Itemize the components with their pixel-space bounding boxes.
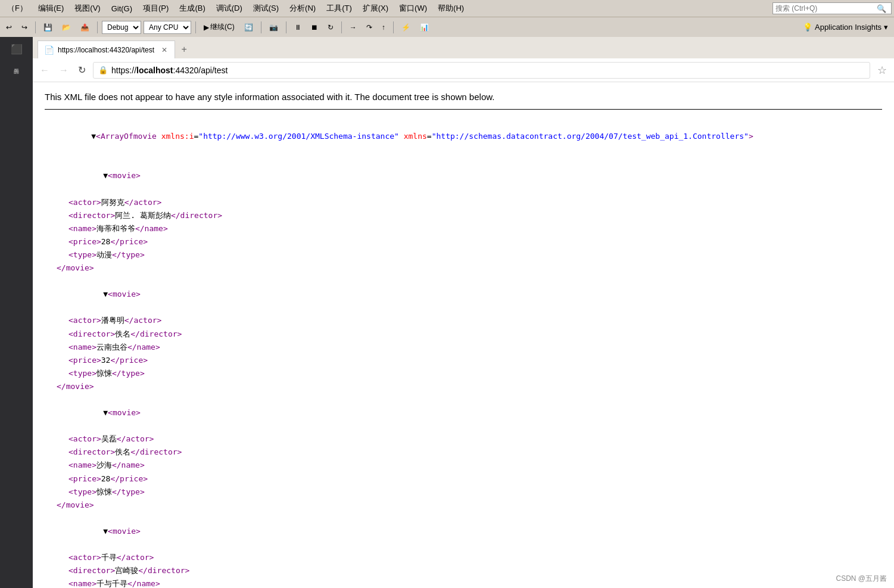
browser-tab[interactable]: 📄 https://localhost:44320/api/test ✕ <box>38 41 175 58</box>
refresh-debug-btn[interactable]: 🔄 <box>241 20 257 35</box>
publish-btn[interactable]: 📤 <box>77 20 93 35</box>
movie2-director: <director>佚名</director> <box>45 328 882 341</box>
menu-git[interactable]: Git(G) <box>107 3 137 14</box>
back-btn[interactable]: ← <box>38 63 52 78</box>
movie2-price: <price>32</price> <box>45 354 882 367</box>
separator-4 <box>261 21 261 33</box>
debug-config-select[interactable]: Debug <box>102 21 141 34</box>
application-insights-btn[interactable]: 💡 Application Insights ▾ <box>799 21 892 33</box>
menu-help[interactable]: 帮助(H) <box>433 2 469 15</box>
redo-btn[interactable]: ↪ <box>18 20 31 35</box>
forward-btn[interactable]: → <box>57 63 71 78</box>
movie3-price: <price>28</price> <box>45 472 882 486</box>
cpu-select[interactable]: Any CPU <box>144 21 191 34</box>
search-box[interactable]: 🔍 <box>772 2 892 14</box>
movie2-name: <name>云南虫谷</name> <box>45 341 882 354</box>
camera-btn[interactable]: 📷 <box>266 20 282 35</box>
menu-extensions[interactable]: 扩展(X) <box>358 2 393 15</box>
separator-1 <box>35 21 36 33</box>
movie1-price: <price>28</price> <box>45 235 882 248</box>
movie2-open: ▼<movie> <box>45 275 882 314</box>
movie1-open: ▼<movie> <box>45 156 882 195</box>
movie1-director: <director>阿兰. 葛斯彭纳</director> <box>45 209 882 222</box>
movie3-director: <director>佚名</director> <box>45 446 882 459</box>
menu-analyze[interactable]: 分析(N) <box>285 2 320 15</box>
movie3-open: ▼<movie> <box>45 393 882 433</box>
separator-7 <box>393 21 394 33</box>
tab-title: https://localhost:44320/api/test <box>58 46 154 54</box>
xml-tree: ▼<ArrayOfmovie xmlns:i="http://www.w3.or… <box>45 117 882 588</box>
search-input[interactable] <box>775 4 877 13</box>
sidebar-icon-1[interactable]: ⬛ <box>4 39 29 58</box>
refresh-btn[interactable]: ↻ <box>76 62 88 78</box>
movie1-type: <type>动漫</type> <box>45 248 882 262</box>
lightbulb-icon: 💡 <box>803 23 812 32</box>
xml-root-open: ▼<ArrayOfmovie xmlns:i="http://www.w3.or… <box>45 117 882 156</box>
bookmark-btn[interactable]: ☆ <box>875 61 889 79</box>
tab-close-btn[interactable]: ✕ <box>160 46 169 54</box>
watermark: CSDN @五月酱 <box>833 573 889 584</box>
movie1-actor: <actor>阿努克</actor> <box>45 196 882 209</box>
perf-btn[interactable]: ⚡ <box>398 20 414 35</box>
tab-page-icon: 📄 <box>44 45 54 55</box>
separator-3 <box>195 21 196 33</box>
continue-btn[interactable]: ▶ 继续(C) <box>200 20 238 35</box>
root-collapse-arrow[interactable]: ▼ <box>91 132 96 141</box>
step-into-btn[interactable]: → <box>346 20 360 35</box>
stop-btn[interactable]: ⏹ <box>307 20 322 35</box>
separator-6 <box>341 21 342 33</box>
menu-window[interactable]: 窗口(W) <box>394 2 432 15</box>
save-btn[interactable]: 💾 <box>40 20 56 35</box>
address-text: https://localhost:44320/api/test <box>111 66 865 75</box>
new-tab-btn[interactable]: + <box>175 41 193 58</box>
menu-tools[interactable]: 工具(T) <box>322 2 357 15</box>
open-btn[interactable]: 📂 <box>58 20 74 35</box>
address-input-container[interactable]: 🔒 https://localhost:44320/api/test <box>93 62 870 79</box>
undo-btn[interactable]: ↩ <box>2 20 15 35</box>
toolbar: ↩ ↪ 💾 📂 📤 Debug Any CPU ▶ 继续(C) 🔄 📷 ⏸ ⏹ … <box>0 17 894 37</box>
movie4-director: <director>宫崎骏</director> <box>45 564 882 577</box>
movie3-close: </movie> <box>45 499 882 512</box>
left-sidebar: ⬛ 的服务 <box>0 37 33 588</box>
play-icon: ▶ <box>204 23 209 32</box>
step-out-btn[interactable]: ↑ <box>378 20 389 35</box>
menu-test[interactable]: 测试(S) <box>248 2 284 15</box>
menu-file[interactable]: （F） <box>2 2 32 15</box>
step-over-btn[interactable]: ↷ <box>363 20 376 35</box>
tab-bar: 📄 https://localhost:44320/api/test ✕ + <box>33 37 894 58</box>
menu-build[interactable]: 生成(B) <box>175 2 210 15</box>
movie1-close: </movie> <box>45 262 882 275</box>
browser-area: 📄 https://localhost:44320/api/test ✕ + ←… <box>33 37 894 588</box>
movie3-collapse[interactable]: ▼ <box>103 408 108 417</box>
diag-btn[interactable]: 📊 <box>416 20 432 35</box>
xml-info-message: This XML file does not appear to have an… <box>45 92 882 110</box>
dropdown-arrow-icon: ▾ <box>884 23 888 32</box>
movie3-name: <name>沙海</name> <box>45 459 882 472</box>
movie4-name: <name>千与千寻</name> <box>45 577 882 588</box>
lock-icon: 🔒 <box>98 66 108 74</box>
menu-project[interactable]: 项目(P) <box>138 2 173 15</box>
movie2-close: </movie> <box>45 380 882 393</box>
movie4-collapse[interactable]: ▼ <box>103 527 108 536</box>
xml-content-area[interactable]: This XML file does not appear to have an… <box>33 82 894 588</box>
movie1-collapse[interactable]: ▼ <box>103 171 108 180</box>
movie3-type: <type>惊悚</type> <box>45 486 882 499</box>
menu-bar: （F） 编辑(E) 视图(V) Git(G) 项目(P) 生成(B) 调试(D)… <box>0 0 894 17</box>
menu-edit[interactable]: 编辑(E) <box>33 2 68 15</box>
menu-view[interactable]: 视图(V) <box>70 2 105 15</box>
main-layout: ⬛ 的服务 📄 https://localhost:44320/api/test… <box>0 37 894 588</box>
pause-btn[interactable]: ⏸ <box>291 20 305 35</box>
movie2-actor: <actor>潘粤明</actor> <box>45 314 882 327</box>
movie1-name: <name>海蒂和爷爷</name> <box>45 222 882 235</box>
restart-btn[interactable]: ↻ <box>324 20 337 35</box>
movie4-actor: <actor>千寻</actor> <box>45 551 882 564</box>
search-icon: 🔍 <box>877 4 886 13</box>
separator-2 <box>97 21 98 33</box>
movie3-actor: <actor>吴磊</actor> <box>45 433 882 446</box>
movie2-collapse[interactable]: ▼ <box>103 290 108 298</box>
menu-debug[interactable]: 调试(D) <box>211 2 247 15</box>
movie2-type: <type>惊悚</type> <box>45 367 882 380</box>
address-bar: ← → ↻ 🔒 https://localhost:44320/api/test… <box>33 58 894 82</box>
separator-5 <box>286 21 286 33</box>
movie4-open: ▼<movie> <box>45 512 882 551</box>
